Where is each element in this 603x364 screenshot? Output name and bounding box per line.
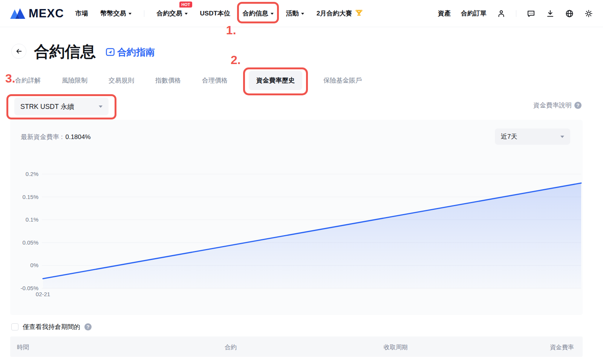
brand-wordmark: MEXC — [29, 7, 64, 20]
tab-risk-limit[interactable]: 風險限制 — [62, 76, 87, 85]
arrow-left-icon — [15, 47, 23, 55]
nav-futures-trade[interactable]: 合約交易 HOT — [157, 9, 188, 18]
col-funding-rate: 資金費率 — [550, 344, 574, 352]
nav-spot-trade[interactable]: 幣幣交易 — [101, 9, 132, 18]
nav-competition[interactable]: 2月合約大賽 — [317, 9, 364, 18]
funding-table-header: 時間 合約 收取周期 資金費率 — [10, 336, 583, 357]
mexc-logo-icon — [10, 7, 26, 20]
funding-rate-help-label: 資金費率說明 — [533, 101, 572, 110]
nav-market[interactable]: 市場 — [75, 9, 88, 18]
chevron-down-icon — [560, 136, 564, 138]
annotation-step-3: 3. — [5, 72, 15, 86]
question-icon: ? — [84, 323, 92, 330]
nav-orders-label: 合約訂單 — [461, 9, 487, 18]
nav-divider — [144, 10, 144, 17]
time-range-value: 近7天 — [501, 132, 517, 141]
nav-activity[interactable]: 活動 — [286, 9, 304, 18]
tab-trading-rules[interactable]: 交易規則 — [109, 76, 134, 85]
tab-fair-price[interactable]: 合理價格 — [202, 76, 228, 85]
nav-futures-label: 合約交易 — [157, 9, 182, 18]
tab-funding-rate-history-label: 資金費率歷史 — [256, 77, 295, 84]
nav-orders[interactable]: 合約訂單 — [461, 9, 487, 18]
nav-contract-info-label: 合約信息 — [243, 9, 268, 18]
nav-usdt-m[interactable]: USDT本位 — [200, 9, 230, 18]
time-range-selector[interactable]: 近7天 — [495, 128, 570, 145]
annotation-step-2: 2. — [231, 53, 241, 67]
tab-contract-details[interactable]: 合約詳解 — [15, 76, 41, 85]
funding-rate-help-link[interactable]: 資金費率說明 ? — [533, 101, 582, 110]
chevron-down-icon — [129, 13, 132, 15]
tab-funding-rate-history[interactable]: 資金費率歷史 2. — [249, 71, 302, 90]
col-contract: 合約 — [225, 344, 237, 352]
tab-index-price[interactable]: 指數價格 — [155, 76, 181, 85]
latest-rate-value: 0.1804% — [65, 133, 90, 141]
col-time: 時間 — [17, 344, 29, 352]
contract-selector-value: STRK USDT 永續 — [20, 102, 74, 111]
svg-text:0.15%: 0.15% — [22, 194, 38, 200]
position-filter-row: 僅查看我持倉期間的 ? — [11, 323, 92, 331]
nav-spot-label: 幣幣交易 — [101, 9, 126, 18]
nav-market-label: 市場 — [75, 9, 88, 18]
page-root: MEXC 市場 幣幣交易 合約交易 HOT USDT本位 合約信息 1. 活動 … — [0, 0, 603, 364]
contract-selector[interactable]: STRK USDT 永續 — [14, 98, 109, 115]
nav-divider — [516, 10, 516, 17]
svg-text:02-21: 02-21 — [36, 291, 50, 297]
funding-rate-chart-card: 0.2%0.15%0.1%0.05%0%-0.05%02-21 最新資金費率 :… — [10, 120, 583, 315]
language-globe-icon[interactable] — [565, 9, 574, 18]
svg-text:0.05%: 0.05% — [22, 239, 38, 246]
funding-rate-chart: 0.2%0.15%0.1%0.05%0%-0.05%02-21 — [10, 120, 583, 315]
mexc-logo[interactable]: MEXC — [10, 7, 64, 20]
svg-text:0%: 0% — [30, 262, 38, 268]
svg-text:0.2%: 0.2% — [26, 171, 38, 177]
svg-text:-0.05%: -0.05% — [20, 285, 38, 291]
page-title: 合約信息 — [34, 41, 96, 62]
nav-activity-label: 活動 — [286, 9, 299, 18]
contract-guide-label: 合約指南 — [117, 46, 155, 58]
nav-assets-label: 資產 — [438, 9, 451, 18]
tab-insurance-fund[interactable]: 保險基金賬戶 — [323, 76, 362, 85]
annotation-step-1: 1. — [226, 23, 236, 37]
nav-contract-info[interactable]: 合約信息 1. — [243, 9, 274, 18]
nav-competition-label: 2月合約大賽 — [317, 9, 352, 18]
nav-assets[interactable]: 資產 — [438, 9, 451, 18]
latest-rate-label: 最新資金費率 : — [21, 133, 63, 141]
svg-text:0.1%: 0.1% — [26, 216, 38, 223]
user-icon[interactable] — [497, 9, 506, 18]
chevron-down-icon — [185, 13, 188, 15]
theme-toggle-icon[interactable] — [584, 9, 593, 18]
hot-badge: HOT — [179, 2, 192, 8]
latest-rate-row: 最新資金費率 : 0.1804% — [21, 133, 91, 141]
position-filter-checkbox[interactable] — [11, 323, 18, 330]
chevron-down-icon — [301, 13, 304, 15]
question-icon: ? — [574, 102, 582, 109]
download-app-icon[interactable] — [546, 9, 555, 18]
guide-icon — [105, 47, 115, 57]
tab-bar: 合約詳解 風險限制 交易規則 指數價格 合理價格 資金費率歷史 2. 保險基金賬… — [15, 72, 362, 89]
nav-right-cluster: 資產 合約訂單 — [438, 9, 593, 18]
nav-usdt-m-label: USDT本位 — [200, 9, 230, 18]
trophy-icon — [354, 9, 364, 18]
support-chat-icon[interactable] — [526, 9, 536, 18]
top-nav: MEXC 市場 幣幣交易 合約交易 HOT USDT本位 合約信息 1. 活動 … — [0, 0, 603, 27]
position-filter-label: 僅查看我持倉期間的 — [23, 323, 80, 331]
back-button[interactable] — [11, 44, 26, 59]
contract-guide-link[interactable]: 合約指南 — [105, 46, 155, 58]
col-interval: 收取周期 — [384, 344, 408, 352]
main-menu: 市場 幣幣交易 合約交易 HOT USDT本位 合約信息 1. 活動 2月合約大… — [75, 9, 364, 18]
chevron-down-icon — [271, 13, 274, 15]
chevron-down-icon — [99, 106, 103, 108]
